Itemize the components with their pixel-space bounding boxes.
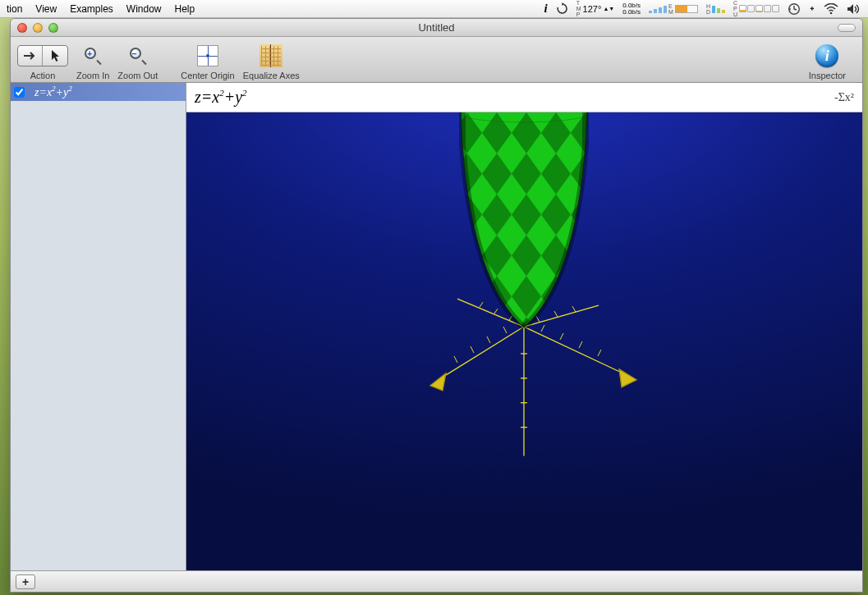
close-button[interactable] xyxy=(17,23,27,33)
inspector-tool[interactable]: i Inspector xyxy=(809,42,846,80)
menu-item-truncated[interactable]: tion xyxy=(7,3,22,15)
disk-indicator: HD xyxy=(706,3,725,15)
titlebar[interactable]: Untitled xyxy=(11,19,862,37)
equation-sidebar: z=x2+y2 xyxy=(11,83,186,570)
svg-marker-10 xyxy=(619,369,636,387)
svg-line-22 xyxy=(494,309,498,314)
svg-line-14 xyxy=(487,336,490,343)
svg-marker-8 xyxy=(430,373,446,391)
menu-item-view[interactable]: View xyxy=(35,3,57,15)
svg-line-25 xyxy=(554,311,558,317)
main-area: z=x2+y2 -Σx² xyxy=(186,83,862,570)
zoom-out-icon: − xyxy=(129,47,147,65)
menu-item-window[interactable]: Window xyxy=(126,3,162,15)
equation-list-item[interactable]: z=x2+y2 xyxy=(11,83,186,101)
content-area: z=x2+y2 z=x2+y2 -Σx² xyxy=(11,83,862,570)
equalize-axes-tool[interactable]: Equalize Axes xyxy=(243,42,300,80)
svg-line-19 xyxy=(579,341,582,348)
svg-line-17 xyxy=(541,325,544,332)
arrow-tool-icon[interactable] xyxy=(43,46,67,66)
action-tool[interactable]: Action xyxy=(17,42,68,80)
plot-canvas[interactable] xyxy=(186,112,862,570)
app-menu-list: tion View Examples Window Help xyxy=(7,3,195,15)
svg-line-9 xyxy=(524,327,628,376)
formula-bar[interactable]: z=x2+y2 -Σx² xyxy=(186,83,862,112)
svg-point-1 xyxy=(830,11,833,14)
refresh-icon[interactable] xyxy=(556,2,568,15)
svg-line-13 xyxy=(503,327,507,333)
menu-item-examples[interactable]: Examples xyxy=(70,3,113,15)
center-origin-icon xyxy=(197,45,218,66)
zoom-button[interactable] xyxy=(48,23,58,33)
toolbar-toggle-button[interactable] xyxy=(838,24,856,32)
network-indicator: 0.0b/s 0.0b/s xyxy=(622,2,641,16)
hand-tool-icon[interactable] xyxy=(18,46,43,66)
equation-visibility-checkbox[interactable] xyxy=(14,87,25,98)
svg-line-20 xyxy=(598,350,601,356)
svg-line-7 xyxy=(437,327,524,381)
window-controls xyxy=(17,23,58,33)
center-origin-tool[interactable]: Center Origin xyxy=(181,42,234,80)
window-title: Untitled xyxy=(11,21,862,34)
wifi-icon[interactable] xyxy=(824,3,838,15)
bottom-bar: + xyxy=(11,570,862,592)
menubar-tray: i TMP 127° ▲▼ 0.0b/s 0.0b/s E M HD CPU xyxy=(544,0,861,17)
info-icon[interactable]: i xyxy=(544,2,548,16)
add-equation-button[interactable]: + xyxy=(16,574,35,589)
time-machine-icon[interactable] xyxy=(788,2,801,16)
sigma-button[interactable]: -Σx² xyxy=(834,91,854,104)
app-window: Untitled Action + Zoom In − Zoom Out Cen… xyxy=(10,18,863,593)
bluetooth-icon[interactable]: ᛭ xyxy=(809,2,815,15)
svg-line-15 xyxy=(471,346,474,353)
zoom-in-tool[interactable]: + Zoom In xyxy=(76,42,109,80)
svg-line-23 xyxy=(480,302,483,307)
toolbar: Action + Zoom In − Zoom Out Center Origi… xyxy=(11,37,862,83)
svg-line-16 xyxy=(454,356,457,363)
minimize-button[interactable] xyxy=(33,23,43,33)
system-menubar: tion View Examples Window Help i TMP 127… xyxy=(0,0,868,18)
temperature-indicator: TMP 127° ▲▼ xyxy=(576,0,614,17)
menu-item-help[interactable]: Help xyxy=(175,3,195,15)
svg-line-26 xyxy=(572,306,576,312)
zoom-out-tool[interactable]: − Zoom Out xyxy=(117,42,158,80)
formula-text: z=x2+y2 xyxy=(195,88,247,107)
equation-text: z=x2+y2 xyxy=(34,85,72,99)
cpu-indicator: CPU xyxy=(733,0,779,17)
volume-icon[interactable] xyxy=(847,3,861,15)
inspector-icon: i xyxy=(815,44,838,67)
memory-indicator: E M xyxy=(649,3,698,15)
zoom-in-icon: + xyxy=(84,47,102,65)
equalize-axes-icon xyxy=(259,44,282,67)
svg-line-18 xyxy=(560,333,563,340)
